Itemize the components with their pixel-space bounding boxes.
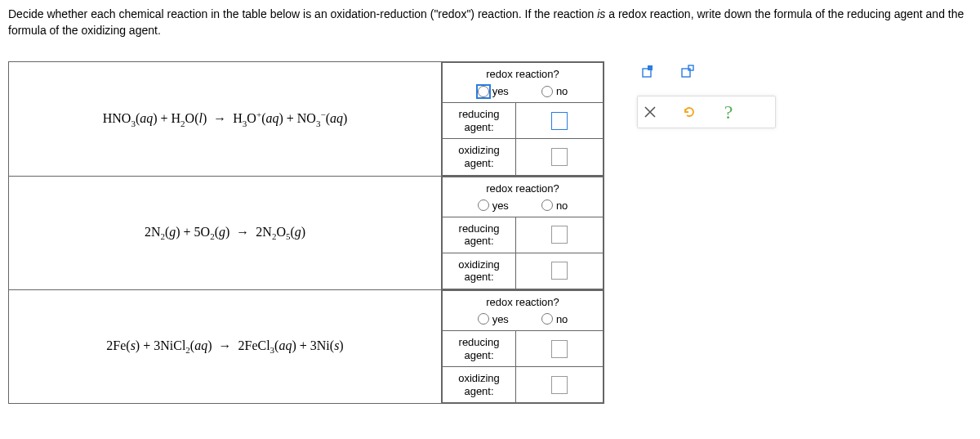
- svg-rect-1: [648, 65, 653, 70]
- oxidizing-agent-input[interactable]: [552, 262, 567, 279]
- instructions-emph: is: [597, 7, 605, 20]
- redox-question-label: redox reaction? yes no: [443, 290, 604, 330]
- instructions-part1: Decide whether each chemical reaction in…: [8, 7, 597, 20]
- oxidizing-agent-input[interactable]: [552, 377, 567, 393]
- reducing-agent-label: reducingagent:: [443, 217, 516, 253]
- reactions-table: HNO3(aq) + H2O(l) → H3O+(aq) + NO3−(aq)r…: [8, 61, 604, 404]
- overlap-squares-icon[interactable]: [640, 63, 658, 81]
- table-row: 2N2(g) + 5O2(g) → 2N2O5(g)redox reaction…: [9, 176, 604, 289]
- reducing-agent-label: reducingagent:: [443, 330, 516, 366]
- overlap-outline-icon[interactable]: [679, 63, 697, 81]
- redox-question-label: redox reaction? yes no: [443, 63, 604, 103]
- help-icon[interactable]: ?: [719, 103, 737, 121]
- instructions-text: Decide whether each chemical reaction in…: [8, 7, 972, 38]
- answer-cell: redox reaction? yes no reducingagent: ox…: [442, 62, 604, 176]
- svg-rect-3: [688, 65, 693, 70]
- undo-icon[interactable]: [680, 103, 698, 121]
- oxidizing-agent-input[interactable]: [552, 149, 567, 165]
- redox-no-option[interactable]: no: [541, 313, 568, 325]
- redox-question-label: redox reaction? yes no: [443, 177, 604, 217]
- reducing-agent-input[interactable]: [552, 341, 567, 357]
- redox-no-option[interactable]: no: [541, 85, 568, 97]
- reducing-agent-label: reducingagent:: [443, 103, 516, 139]
- oxidizing-agent-label: oxidizingagent:: [443, 253, 516, 289]
- oxidizing-agent-label: oxidizingagent:: [443, 139, 516, 175]
- sidebar-tools: ?: [637, 61, 776, 128]
- reaction-equation: 2Fe(s) + 3NiCl2(aq) → 2FeCl3(aq) + 3Ni(s…: [9, 289, 442, 403]
- table-row: 2Fe(s) + 3NiCl2(aq) → 2FeCl3(aq) + 3Ni(s…: [9, 289, 604, 403]
- reducing-agent-input[interactable]: [552, 113, 567, 129]
- redox-yes-option[interactable]: yes: [478, 199, 509, 212]
- reaction-equation: HNO3(aq) + H2O(l) → H3O+(aq) + NO3−(aq): [9, 62, 442, 176]
- close-icon[interactable]: [641, 103, 659, 121]
- redox-no-option[interactable]: no: [541, 199, 568, 212]
- answer-cell: redox reaction? yes no reducingagent: ox…: [442, 176, 604, 289]
- reaction-equation: 2N2(g) + 5O2(g) → 2N2O5(g): [9, 176, 442, 289]
- table-row: HNO3(aq) + H2O(l) → H3O+(aq) + NO3−(aq)r…: [9, 62, 604, 176]
- redox-yes-option[interactable]: yes: [478, 85, 509, 97]
- reducing-agent-input[interactable]: [552, 226, 567, 243]
- redox-yes-option[interactable]: yes: [478, 313, 509, 325]
- answer-cell: redox reaction? yes no reducingagent: ox…: [442, 289, 604, 403]
- oxidizing-agent-label: oxidizingagent:: [443, 367, 516, 403]
